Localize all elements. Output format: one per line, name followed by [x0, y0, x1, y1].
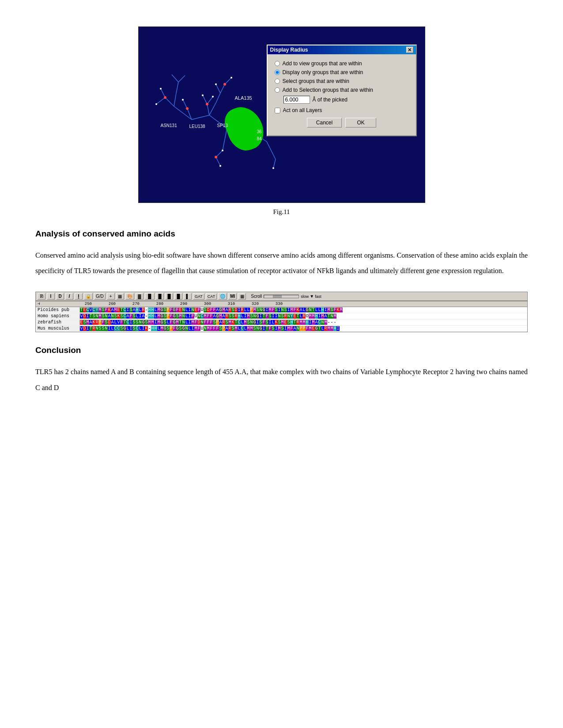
seq-char: C	[126, 320, 129, 325]
seq-char: L	[154, 308, 157, 312]
toolbar-i-btn[interactable]: I	[47, 293, 55, 300]
seq-char: I	[287, 308, 290, 312]
toolbar-bar1-btn[interactable]: █	[156, 293, 164, 300]
seq-char: N	[309, 308, 312, 312]
seq-char: S	[145, 320, 148, 325]
seq-char: E	[80, 320, 83, 325]
seq-char: D	[83, 314, 86, 319]
toolbar-lock-btn[interactable]: 🔒	[84, 293, 93, 300]
seq-char: M	[157, 314, 160, 319]
toolbar-bar4-btn[interactable]: ▌	[184, 293, 192, 300]
seq-char: P	[250, 308, 253, 312]
seq-row: zebrafish ESMAKRPFSDALVFTCISSNGSMMIMGSLF…	[36, 319, 527, 326]
svg-line-30	[225, 78, 231, 84]
svg-line-23	[174, 93, 176, 106]
toolbar-color1-btn[interactable]: 🎨	[125, 293, 134, 300]
seq-char: F	[272, 308, 275, 312]
seq-char: M	[114, 308, 117, 312]
seq-char: S	[176, 314, 179, 319]
seq-char: A	[222, 314, 225, 319]
seq-char: G	[173, 320, 176, 325]
seq-row-label: Mus musculus	[36, 326, 80, 331]
seq-char: I	[126, 308, 129, 312]
seq-char: G	[160, 314, 163, 319]
radio-select-groups[interactable]	[275, 79, 280, 84]
seq-char: F	[170, 308, 173, 312]
toolbar-mi-btn[interactable]: MI	[228, 293, 237, 300]
seq-char: S	[231, 314, 234, 319]
seq-char: N	[182, 308, 185, 312]
seq-char: A	[132, 308, 136, 312]
toolbar-gd-btn[interactable]: G/D	[94, 293, 106, 300]
seq-char: N	[330, 314, 333, 319]
seq-char: T	[179, 320, 182, 325]
seq-char: R	[296, 320, 299, 325]
seq-char: A	[315, 320, 318, 325]
seq-char: R	[222, 320, 225, 325]
toolbar-d-btn[interactable]: D	[56, 293, 64, 300]
seq-char: L	[238, 326, 241, 331]
radio-display-only[interactable]	[275, 70, 280, 75]
toolbar-align-btn[interactable]: ▐▌	[145, 293, 155, 300]
mol-label-asn131: ASN131	[161, 123, 177, 128]
seq-char: V	[80, 326, 83, 331]
ok-button[interactable]: OK	[345, 118, 376, 128]
seq-char: G	[259, 326, 262, 331]
figure-11-image: ALA135 ASN131 LEU138 SP13 36 84 Display …	[138, 26, 425, 203]
toolbar-gate-btn[interactable]: GAT	[193, 293, 204, 300]
toolbar-cat-btn[interactable]: CAT	[206, 293, 217, 300]
seq-row-label: zebrafish	[36, 319, 80, 325]
toolbar-bar3-btn[interactable]: █	[174, 293, 182, 300]
radio-add-selection[interactable]	[275, 87, 280, 93]
seq-char: I	[265, 308, 268, 312]
seq-char: R	[142, 308, 145, 312]
toolbar-grid-btn[interactable]: ▦	[116, 293, 124, 300]
svg-line-8	[156, 98, 165, 104]
seq-char: T	[89, 314, 92, 319]
seq-char: G	[315, 326, 318, 331]
seq-char: M	[157, 308, 160, 312]
seq-char: T	[80, 308, 83, 312]
seq-char: T	[318, 326, 321, 331]
seq-char: F	[197, 326, 200, 331]
toolbar-file-btn[interactable]: 🖹	[38, 293, 45, 300]
toolbar-ii-btn[interactable]: I	[75, 293, 83, 300]
svg-line-31	[216, 84, 220, 93]
seq-row-data: VDITRNSSNILCCSGLISCLIK-HHLMGSPFGSGNLIMFU…	[80, 326, 527, 331]
seq-char: M	[330, 326, 333, 331]
ruler-label-spacer: ⊣	[36, 301, 80, 307]
toolbar-bar2-btn[interactable]: █	[165, 293, 173, 300]
toolbar-globe-btn[interactable]: 🌐	[218, 293, 227, 300]
seq-char: F	[191, 314, 194, 319]
scroll-track[interactable]	[264, 295, 299, 298]
act-all-layers-checkbox[interactable]	[275, 108, 280, 113]
seq-char: N	[191, 308, 194, 312]
toolbar-italic-btn[interactable]: I	[65, 293, 73, 300]
svg-line-17	[216, 157, 220, 166]
svg-point-48	[272, 167, 274, 169]
seq-char: A	[293, 326, 296, 331]
seq-char: A	[142, 314, 145, 319]
seq-char: F	[265, 314, 268, 319]
seq-char: N	[182, 320, 185, 325]
seq-char: S	[163, 308, 166, 312]
seq-char: C	[238, 320, 241, 325]
seq-char: S	[247, 320, 250, 325]
toolbar-plus-btn[interactable]: +	[107, 293, 115, 300]
seq-char: N	[111, 314, 114, 319]
cancel-button[interactable]: Cancel	[307, 118, 342, 128]
seq-char: M	[98, 314, 102, 319]
dialog-close-button[interactable]: ✕	[406, 47, 413, 53]
seq-char: E	[83, 308, 86, 312]
seq-char: Y	[95, 308, 98, 312]
radio-add-view[interactable]	[275, 61, 280, 66]
seq-char: T	[296, 314, 299, 319]
seq-char: N	[95, 326, 98, 331]
toolbar-grid2-btn[interactable]: ▦	[238, 293, 246, 300]
toolbar-pattern-btn[interactable]: ▓	[136, 293, 144, 300]
seq-char: F	[213, 326, 216, 331]
distance-input[interactable]	[283, 96, 310, 104]
svg-point-46	[219, 165, 221, 167]
seq-char: C	[123, 308, 126, 312]
radio-option-2: Display only groups that are within	[275, 69, 409, 75]
